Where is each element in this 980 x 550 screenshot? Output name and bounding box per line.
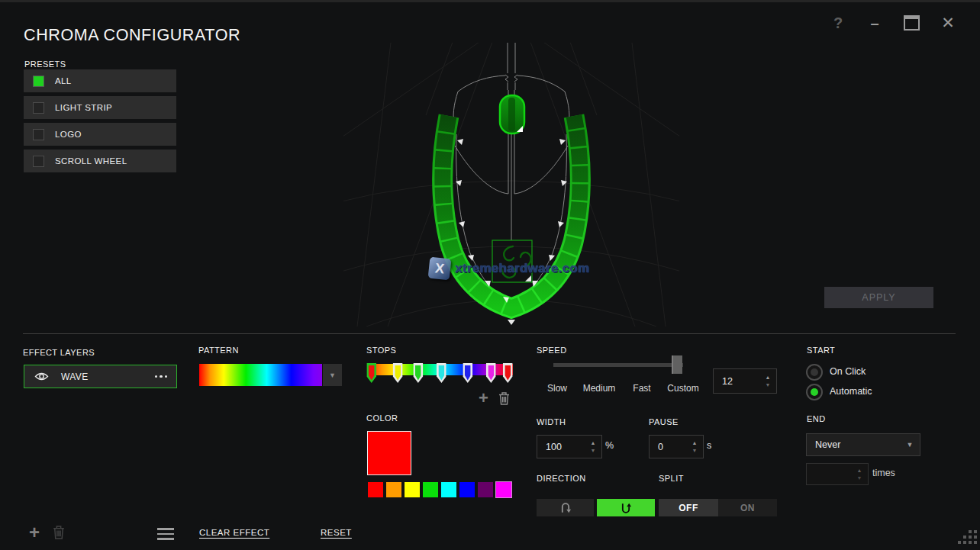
pause-unit: s — [707, 440, 711, 451]
apply-button[interactable]: APPLY — [824, 287, 933, 308]
mouse-preview[interactable]: X xtremehardware.com — [343, 43, 679, 326]
speed-tick-slow[interactable]: Slow — [547, 383, 567, 394]
width-label: WIDTH — [537, 417, 566, 426]
speed-tick-custom[interactable]: Custom — [667, 383, 698, 394]
checkbox-icon[interactable] — [33, 102, 44, 114]
layer-name: WAVE — [61, 371, 155, 382]
pause-value: 0 — [650, 442, 686, 452]
stop-marker-selected[interactable] — [366, 363, 376, 383]
page-title: CHROMA CONFIGURATOR — [24, 26, 240, 45]
speed-slider-track[interactable] — [553, 363, 683, 367]
panel-divider — [23, 333, 956, 334]
direction-down-button[interactable] — [537, 499, 594, 516]
spinner-down-icon[interactable]: ▼ — [591, 448, 596, 453]
watermark-text: xtremehardware.com — [455, 261, 589, 276]
current-color-swatch[interactable] — [367, 431, 411, 475]
palette-swatch-purple[interactable] — [478, 482, 493, 497]
radio-on-click[interactable] — [806, 364, 823, 381]
palette-swatch-orange[interactable] — [386, 482, 401, 497]
width-spinner[interactable]: 100 ▲ ▼ — [537, 435, 602, 458]
stops-label: STOPS — [366, 346, 396, 355]
palette-swatch-blue[interactable] — [459, 482, 475, 497]
presets-label: PRESETS — [24, 60, 66, 69]
help-icon[interactable]: ? — [827, 12, 849, 34]
reset-link[interactable]: RESET — [321, 528, 352, 537]
color-label: COLOR — [366, 413, 398, 423]
spinner-up-icon[interactable]: ▲ — [591, 440, 596, 445]
end-times-spinner[interactable]: ▲ ▼ — [806, 463, 869, 485]
width-value: 100 — [537, 442, 585, 452]
preset-item-light-strip[interactable]: LIGHT STRIP — [24, 96, 176, 119]
visibility-eye-icon[interactable] — [34, 371, 49, 381]
split-on-button[interactable]: ON — [718, 499, 777, 516]
direction-label: DIRECTION — [537, 474, 586, 483]
preset-label: SCROLL WHEEL — [55, 156, 127, 166]
end-dropdown-value: Never — [807, 439, 900, 450]
speed-tick-medium[interactable]: Medium — [583, 383, 616, 394]
preset-label: ALL — [55, 76, 72, 85]
maximize-icon — [904, 15, 920, 31]
preset-item-scroll-wheel[interactable]: SCROLL WHEEL — [24, 150, 176, 172]
end-label: END — [807, 414, 826, 423]
spinner-down-icon[interactable]: ▼ — [692, 448, 698, 453]
spinner-arrows: ▲ ▼ — [759, 375, 776, 388]
watermark-x-icon: X — [428, 257, 452, 281]
effect-layer-wave[interactable]: WAVE — [24, 365, 177, 388]
spinner-arrows: ▲ ▼ — [585, 440, 601, 453]
checkbox-icon[interactable] — [33, 129, 44, 140]
stop-marker[interactable] — [463, 363, 472, 383]
palette-swatch-cyan[interactable] — [441, 482, 456, 497]
clear-effect-link[interactable]: CLEAR EFFECT — [199, 528, 269, 537]
chroma-configurator-window: CHROMA CONFIGURATOR ? – ✕ PRESETS ALL LI… — [0, 0, 980, 550]
radio-automatic-label[interactable]: Automatic — [830, 386, 872, 397]
pause-label: PAUSE — [649, 417, 679, 426]
palette-swatch-green[interactable] — [423, 482, 438, 497]
end-dropdown[interactable]: Never ▼ — [806, 433, 920, 456]
delete-layer-trash-icon[interactable] — [52, 525, 66, 542]
stop-marker[interactable] — [503, 363, 513, 383]
gradient-stops-editor[interactable] — [367, 363, 513, 386]
speed-tick-fast[interactable]: Fast — [633, 383, 650, 394]
resize-grip[interactable] — [957, 530, 977, 546]
radio-automatic-selected[interactable] — [806, 384, 823, 400]
stop-marker[interactable] — [437, 363, 446, 383]
delete-stop-trash-icon[interactable] — [498, 391, 511, 408]
add-layer-button[interactable]: + — [29, 523, 40, 542]
spinner-arrows: ▲ ▼ — [851, 468, 868, 481]
layer-options-ellipsis-icon[interactable] — [155, 375, 168, 378]
radio-on-click-label[interactable]: On Click — [830, 366, 866, 377]
watermark: X xtremehardware.com — [429, 258, 589, 279]
add-stop-button[interactable]: + — [479, 390, 488, 407]
spinner-up-icon[interactable]: ▲ — [857, 468, 862, 473]
preset-item-logo[interactable]: LOGO — [24, 123, 176, 146]
speed-slider-handle[interactable] — [672, 355, 682, 374]
spinner-up-icon[interactable]: ▲ — [766, 375, 771, 380]
checkbox-icon[interactable] — [33, 156, 44, 167]
palette-swatch-magenta[interactable] — [496, 482, 511, 497]
palette-swatch-yellow[interactable] — [405, 482, 420, 497]
stop-marker[interactable] — [413, 363, 423, 383]
spinner-down-icon[interactable]: ▼ — [766, 382, 771, 388]
speed-value-spinner[interactable]: 12 ▲ ▼ — [713, 368, 777, 394]
end-times-label: times — [872, 468, 895, 478]
pattern-dropdown-button[interactable]: ▼ — [323, 364, 342, 386]
close-button[interactable]: ✕ — [936, 12, 959, 34]
spinner-arrows: ▲ ▼ — [686, 440, 703, 453]
palette-swatch-red[interactable] — [368, 482, 383, 497]
preset-item-all[interactable]: ALL — [24, 69, 176, 92]
chevron-down-icon: ▼ — [900, 441, 920, 449]
effect-layers-label: EFFECT LAYERS — [23, 348, 95, 357]
speed-label: SPEED — [537, 346, 567, 355]
pattern-gradient-bar[interactable] — [199, 364, 322, 386]
pause-spinner[interactable]: 0 ▲ ▼ — [649, 435, 704, 458]
stop-marker[interactable] — [393, 363, 403, 383]
direction-up-button-selected[interactable] — [597, 499, 655, 516]
menu-hamburger-icon[interactable] — [157, 528, 174, 543]
minimize-button[interactable]: – — [863, 12, 886, 34]
spinner-up-icon[interactable]: ▲ — [692, 440, 698, 445]
spinner-down-icon[interactable]: ▼ — [857, 475, 862, 481]
checkbox-checked-icon[interactable] — [33, 76, 44, 87]
maximize-button[interactable] — [900, 12, 923, 34]
stop-marker[interactable] — [486, 363, 496, 383]
split-off-button[interactable]: OFF — [659, 499, 718, 516]
